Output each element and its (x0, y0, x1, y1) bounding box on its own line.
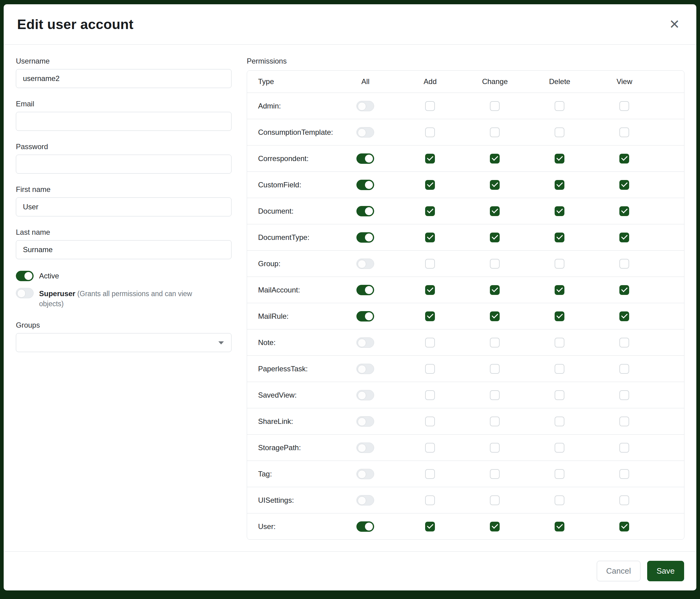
last-name-input[interactable] (16, 240, 231, 259)
permission-change-checkbox[interactable] (490, 180, 500, 190)
permission-all-toggle[interactable] (356, 127, 374, 138)
permission-add-checkbox[interactable] (425, 364, 435, 374)
permission-delete-checkbox[interactable] (555, 259, 565, 269)
permission-add-checkbox[interactable] (425, 259, 435, 269)
permission-all-toggle[interactable] (356, 390, 374, 400)
permission-delete-checkbox[interactable] (555, 154, 565, 164)
permission-all-toggle[interactable] (356, 311, 374, 321)
permission-view-checkbox[interactable] (619, 127, 629, 137)
permission-all-toggle[interactable] (356, 259, 374, 269)
permission-change-checkbox[interactable] (490, 416, 500, 426)
permission-all-toggle[interactable] (356, 521, 374, 532)
permission-add-checkbox[interactable] (425, 522, 435, 531)
permission-all-toggle[interactable] (356, 206, 374, 216)
permission-add-checkbox[interactable] (425, 285, 435, 295)
permission-add-checkbox[interactable] (425, 443, 435, 453)
cancel-button[interactable]: Cancel (597, 561, 641, 581)
permission-add-checkbox[interactable] (425, 101, 435, 111)
permission-delete-checkbox[interactable] (555, 206, 565, 216)
permission-view-checkbox[interactable] (619, 469, 629, 479)
permission-delete-checkbox[interactable] (555, 390, 565, 400)
username-input[interactable] (16, 69, 231, 88)
permission-view-checkbox[interactable] (619, 206, 629, 216)
permission-view-checkbox[interactable] (619, 364, 629, 374)
permission-view-checkbox[interactable] (619, 285, 629, 295)
permission-add-checkbox[interactable] (425, 154, 435, 164)
permission-all-toggle[interactable] (356, 469, 374, 479)
permission-delete-checkbox[interactable] (555, 496, 565, 505)
superuser-label: Superuser (39, 289, 75, 298)
permission-all-toggle[interactable] (356, 232, 374, 243)
permission-view-checkbox[interactable] (619, 496, 629, 505)
permission-delete-checkbox[interactable] (555, 443, 565, 453)
permission-all-toggle[interactable] (356, 101, 374, 111)
permission-change-checkbox[interactable] (490, 233, 500, 242)
permission-view-checkbox[interactable] (619, 233, 629, 242)
permission-view-checkbox[interactable] (619, 416, 629, 426)
permission-view-checkbox[interactable] (619, 443, 629, 453)
permission-all-toggle[interactable] (356, 337, 374, 348)
permission-all-toggle[interactable] (356, 153, 374, 164)
permission-change-checkbox[interactable] (490, 259, 500, 269)
email-input[interactable] (16, 112, 231, 131)
permission-delete-checkbox[interactable] (555, 285, 565, 295)
permission-change-checkbox[interactable] (490, 469, 500, 479)
permission-all-toggle[interactable] (356, 285, 374, 295)
save-button[interactable]: Save (647, 561, 684, 581)
permission-all-toggle[interactable] (356, 364, 374, 374)
active-toggle[interactable] (16, 271, 33, 281)
permission-add-checkbox[interactable] (425, 496, 435, 505)
permission-view-checkbox[interactable] (619, 390, 629, 400)
permission-all-toggle[interactable] (356, 416, 374, 427)
permission-delete-checkbox[interactable] (555, 127, 565, 137)
password-input[interactable] (16, 154, 231, 174)
close-button[interactable]: ✕ (666, 16, 683, 33)
permission-view-checkbox[interactable] (619, 180, 629, 190)
permission-add-checkbox[interactable] (425, 311, 435, 321)
permission-delete-checkbox[interactable] (555, 101, 565, 111)
password-label: Password (16, 142, 231, 151)
permission-delete-checkbox[interactable] (555, 416, 565, 426)
permission-add-checkbox[interactable] (425, 338, 435, 348)
permission-add-checkbox[interactable] (425, 390, 435, 400)
permission-add-checkbox[interactable] (425, 127, 435, 137)
superuser-toggle[interactable] (16, 288, 33, 298)
permission-add-checkbox[interactable] (425, 416, 435, 426)
permission-delete-checkbox[interactable] (555, 522, 565, 531)
permission-change-checkbox[interactable] (490, 154, 500, 164)
permission-change-checkbox[interactable] (490, 364, 500, 374)
permission-delete-checkbox[interactable] (555, 338, 565, 348)
permission-change-checkbox[interactable] (490, 390, 500, 400)
permission-all-toggle[interactable] (356, 180, 374, 190)
permission-view-checkbox[interactable] (619, 101, 629, 111)
permission-view-checkbox[interactable] (619, 154, 629, 164)
permission-view-checkbox[interactable] (619, 311, 629, 321)
permission-change-checkbox[interactable] (490, 285, 500, 295)
permission-delete-checkbox[interactable] (555, 469, 565, 479)
permissions-rows: Admin: ConsumptionTemplate: Corresponden… (247, 93, 684, 540)
permission-view-checkbox[interactable] (619, 522, 629, 531)
permission-add-checkbox[interactable] (425, 206, 435, 216)
permission-delete-checkbox[interactable] (555, 364, 565, 374)
first-name-input[interactable] (16, 197, 231, 216)
permission-add-checkbox[interactable] (425, 233, 435, 242)
permission-view-checkbox[interactable] (619, 259, 629, 269)
permission-change-checkbox[interactable] (490, 206, 500, 216)
permission-add-checkbox[interactable] (425, 469, 435, 479)
permission-change-checkbox[interactable] (490, 496, 500, 505)
permission-all-toggle[interactable] (356, 442, 374, 453)
permission-view-checkbox[interactable] (619, 338, 629, 348)
permission-delete-checkbox[interactable] (555, 311, 565, 321)
permission-delete-checkbox[interactable] (555, 180, 565, 190)
permission-change-checkbox[interactable] (490, 127, 500, 137)
permission-all-toggle[interactable] (356, 495, 374, 505)
permission-delete-checkbox[interactable] (555, 233, 565, 242)
permission-add-checkbox[interactable] (425, 180, 435, 190)
permissions-header-row: Type All Add Change Delete View (247, 71, 684, 93)
permission-change-checkbox[interactable] (490, 311, 500, 321)
permission-change-checkbox[interactable] (490, 522, 500, 531)
permission-change-checkbox[interactable] (490, 443, 500, 453)
permission-change-checkbox[interactable] (490, 338, 500, 348)
groups-select[interactable] (16, 333, 231, 352)
permission-change-checkbox[interactable] (490, 101, 500, 111)
